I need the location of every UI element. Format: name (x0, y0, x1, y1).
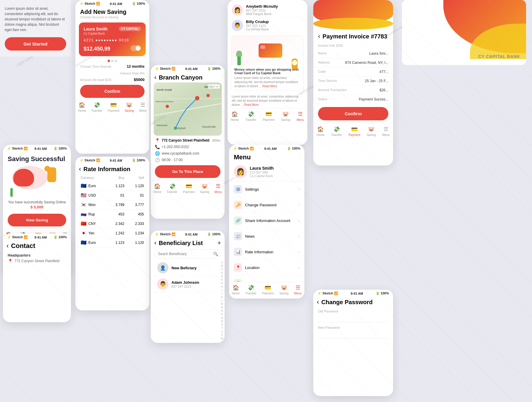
nav-menu[interactable]: ☰ Menu (382, 126, 390, 137)
alphabet-letter[interactable]: F (221, 278, 223, 282)
intro-text: Lorem ipsum dolor sit amet, consectetur … (5, 6, 66, 33)
nav-saving[interactable]: 🐷 Saving (200, 183, 209, 194)
back-button[interactable]: ‹ (154, 239, 156, 247)
alphabet-letter[interactable]: X (221, 341, 223, 343)
currency-cell: 🇰🇷 Won (78, 200, 107, 210)
nav-menu[interactable]: ☰ Menu (215, 183, 222, 194)
invoice-field-value: Laura Smi... (369, 51, 388, 56)
alphabet-letter[interactable]: T (221, 327, 223, 330)
nav-transfer[interactable]: 💸 Transfer (167, 183, 178, 194)
menu-item[interactable]: 🔗 Share Information Account › (229, 213, 304, 228)
menu-item-label: Change Password (245, 203, 276, 207)
buy-cell: 2.342 (107, 219, 126, 228)
back-button[interactable]: ‹ (318, 33, 320, 40)
invoice-title: Payment Invoice #7783 (322, 33, 387, 40)
menu-item[interactable]: 🔑 Change Password › (229, 197, 304, 213)
alphabet-letter[interactable]: W (221, 337, 223, 341)
old-password-input[interactable] (318, 314, 388, 322)
beneficiary-item[interactable]: 👨 Adam Johnson 837 247 2221 (153, 276, 217, 292)
nav-saving[interactable]: 🐷 Saving (281, 111, 290, 121)
nav-home[interactable]: 🏠 Home (153, 183, 161, 194)
alphabet-letter[interactable]: A (221, 261, 223, 265)
nav-transfer[interactable]: 💸 Transfer (331, 126, 342, 137)
beneficiary-item[interactable]: 👤 New Beficiary (153, 260, 217, 276)
chevron-right-icon: › (298, 187, 300, 192)
status-time: 9:41 AM (264, 147, 277, 150)
new-password-input[interactable] (318, 330, 388, 338)
nav-saving[interactable]: 🐷 Saving (367, 126, 376, 137)
confirm-button[interactable]: Confirm (80, 85, 145, 98)
nav-menu-active[interactable]: ☰ Menu (294, 284, 301, 295)
blog-body-2: Lorem ipsum dolor sit amet, consectetur … (232, 95, 303, 107)
nav-home[interactable]: 🏠 Home (317, 126, 325, 137)
menu-item[interactable]: 📍 Location › (229, 260, 304, 275)
menu-item[interactable]: ⚙️ Settings › (229, 181, 304, 197)
currency-cell: 🇨🇳 CNY (78, 219, 107, 228)
alphabet-letter[interactable]: N (221, 306, 223, 309)
nav-menu[interactable]: ☰ Menu (139, 102, 147, 112)
nav-payment[interactable]: 💳 Payment (108, 102, 119, 112)
read-more-link-2[interactable]: Read More (244, 103, 259, 106)
alphabet-letter[interactable]: C (221, 268, 223, 271)
back-button[interactable]: ‹ (79, 165, 81, 173)
alphabet-letter[interactable]: V (221, 333, 223, 337)
nav-saving[interactable]: 🐷 Saving (279, 284, 288, 295)
alphabet-letter[interactable]: G (221, 282, 223, 285)
alphabet-letter[interactable]: R (221, 320, 223, 323)
alphabet-letter[interactable]: S (221, 323, 223, 327)
rate-row: 🇨🇳 CNY 2.342 2.333 (78, 219, 146, 228)
view-saving-button[interactable]: View Saving (8, 214, 66, 226)
alphabet-letter[interactable]: E (221, 275, 223, 278)
menu-item[interactable]: 📋 Terms & Conditions › (229, 275, 304, 282)
alphabet-letter[interactable]: P (221, 313, 223, 316)
currency-cell: 🇯🇵 Yen (78, 228, 107, 238)
nav-payment[interactable]: 💳 Payment (262, 284, 274, 295)
nav-transfer[interactable]: 💸 Transfer (91, 102, 102, 112)
alphabet-letter[interactable]: U (221, 330, 223, 334)
alphabet-letter[interactable]: I (222, 289, 223, 292)
read-more-link[interactable]: Read More (262, 85, 277, 88)
alphabet-letter[interactable]: O (221, 309, 223, 313)
get-started-button[interactable]: Get Started (5, 37, 66, 51)
back-button[interactable]: ‹ (317, 298, 319, 306)
alphabet-letter[interactable]: M (221, 302, 223, 306)
nav-home[interactable]: 🏠 Home (78, 102, 86, 112)
menu-item-label: Rate Information (245, 250, 273, 254)
nav-payment[interactable]: 💳 Payment (263, 111, 274, 121)
nav-transfer[interactable]: 💸 Transfer (246, 284, 257, 295)
status-signal: ⚡ Sketch 📶 (7, 235, 28, 239)
go-to-place-button[interactable]: Go To This Place (155, 165, 220, 178)
back-button[interactable]: ‹ (154, 74, 156, 81)
alphabet-letter[interactable]: J (221, 292, 223, 296)
alphabet-letter[interactable]: D (221, 271, 223, 275)
invoice-field-label: Address (318, 61, 330, 65)
invoice-field-label: Name (318, 51, 327, 56)
menu-item[interactable]: 📰 News › (229, 228, 304, 244)
invoice-field-label: Status (318, 97, 327, 101)
invoice-field-label: Code (318, 70, 326, 74)
alphabet-letter[interactable]: L (221, 299, 223, 303)
chevron-right-icon: › (298, 234, 300, 239)
nav-home[interactable]: 🏠 Home (232, 284, 240, 295)
alphabet-letter[interactable]: Q (221, 316, 223, 320)
status-signal: ⚡ Sketch 📶 (80, 158, 100, 162)
nav-saving[interactable]: 🐷 Saving (125, 102, 134, 112)
alphabet-letter[interactable]: H (221, 285, 223, 289)
rate-row: 🇪🇺 Euro 1.123 1.120 (78, 238, 146, 247)
contact-title: Contact (11, 242, 35, 250)
nav-transfer[interactable]: 💸 Transfer (245, 111, 256, 121)
beneficiary-search-input[interactable] (154, 249, 221, 259)
nav-payment[interactable]: 💳 Payment (348, 126, 360, 137)
alphabet-letter[interactable]: K (221, 296, 223, 299)
amount-label: Amount (At least $10) (80, 78, 111, 82)
alphabet-letter[interactable]: B (221, 265, 223, 268)
add-beneficiary-button[interactable]: + (217, 239, 221, 247)
menu-icon: ☰ (298, 111, 303, 117)
nav-payment[interactable]: 💳 Payment (183, 183, 194, 194)
rate-table: Currency Buy Sell 🇪🇺 Euro 1.123 1.120 🇺🇸… (78, 174, 146, 248)
nav-menu[interactable]: ☰ Menu (297, 111, 304, 121)
menu-item[interactable]: 📊 Rate Information › (229, 244, 304, 260)
back-button[interactable]: ‹ (7, 242, 9, 250)
nav-home[interactable]: 🏠 Home (231, 111, 239, 121)
invoice-confirm-button[interactable]: Confirm (318, 107, 388, 120)
